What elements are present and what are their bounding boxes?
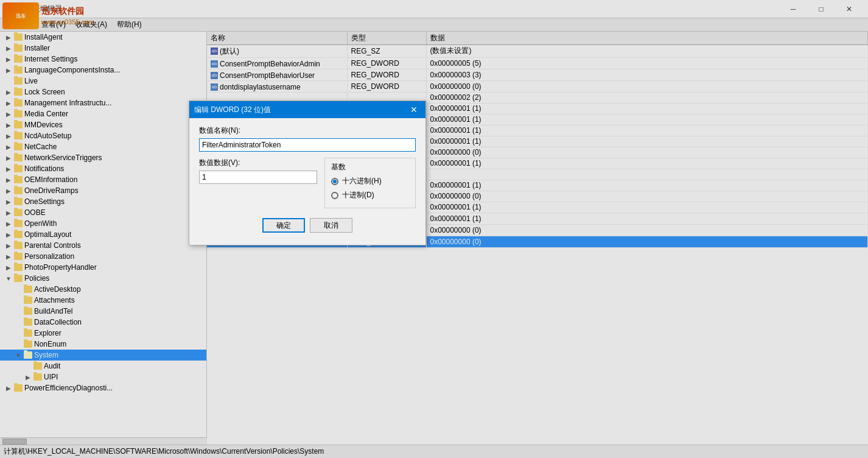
radio-group: 基数 十六进制(H) 十进制(D) xyxy=(324,158,416,208)
modal-overlay: 编辑 DWORD (32 位)值 ✕ 数值名称(N): 数值数据(V): 基数 … xyxy=(0,0,868,458)
radio-dec-circle xyxy=(331,192,338,199)
dialog-body: 数值名称(N): 数值数据(V): 基数 十六进制(H) xyxy=(189,118,425,245)
dialog-title: 编辑 DWORD (32 位)值 xyxy=(194,105,271,115)
radio-dec[interactable]: 十进制(D) xyxy=(331,190,409,200)
dialog-buttons: 确定 取消 xyxy=(199,218,416,238)
value-input[interactable] xyxy=(199,171,317,184)
modal-right: 基数 十六进制(H) 十进制(D) xyxy=(324,158,416,208)
radio-hex[interactable]: 十六进制(H) xyxy=(331,176,409,186)
edit-dword-dialog: 编辑 DWORD (32 位)值 ✕ 数值名称(N): 数值数据(V): 基数 … xyxy=(189,100,426,245)
cancel-button[interactable]: 取消 xyxy=(310,218,352,233)
base-label: 基数 xyxy=(331,162,409,172)
radio-hex-circle xyxy=(331,178,338,185)
ok-button[interactable]: 确定 xyxy=(262,218,305,233)
name-input[interactable] xyxy=(199,138,416,152)
name-label: 数值名称(N): xyxy=(199,125,416,136)
modal-left: 数值数据(V): xyxy=(199,158,317,208)
dialog-titlebar: 编辑 DWORD (32 位)值 ✕ xyxy=(189,101,425,118)
radio-hex-label: 十六进制(H) xyxy=(342,176,382,186)
modal-row: 数值数据(V): 基数 十六进制(H) 十进制(D) xyxy=(199,158,416,208)
dialog-close-button[interactable]: ✕ xyxy=(407,103,421,116)
value-label: 数值数据(V): xyxy=(199,158,317,168)
radio-dec-label: 十进制(D) xyxy=(342,190,374,200)
